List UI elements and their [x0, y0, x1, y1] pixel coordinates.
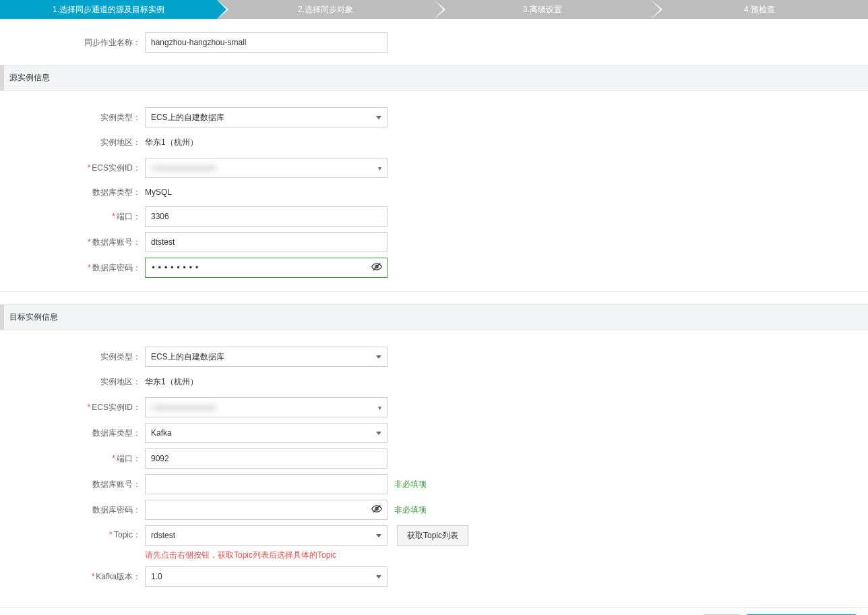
src-db-type-label: 数据库类型： — [0, 187, 145, 198]
chevron-down-icon — [376, 575, 381, 579]
src-db-password-input[interactable]: •••••••• — [145, 258, 388, 278]
job-name-input[interactable] — [145, 32, 388, 53]
src-instance-type-value: ECS上的自建数据库 — [151, 112, 224, 123]
get-topic-list-button[interactable]: 获取Topic列表 — [397, 525, 468, 546]
tgt-instance-region-value: 华东1（杭州） — [145, 372, 198, 392]
eye-icon[interactable] — [371, 262, 382, 274]
chevron-down-icon — [376, 432, 381, 435]
tgt-kafka-version-select[interactable]: 1.0 — [145, 566, 388, 587]
step-4[interactable]: 4.预检查 — [651, 0, 868, 19]
chevron-down-icon — [376, 116, 381, 119]
src-port-input[interactable] — [145, 206, 388, 227]
chevron-down-icon — [378, 165, 381, 172]
section-accent — [0, 65, 4, 90]
src-instance-region-label: 实例地区： — [0, 137, 145, 148]
tgt-ecs-id-select[interactable]: i-xxxxxxxxxxxxxxx — [145, 397, 388, 417]
optional-hint: 非必填项 — [394, 504, 427, 516]
tgt-port-label: *端口： — [0, 453, 145, 465]
src-db-password-label: *数据库密码： — [0, 262, 145, 274]
target-section-header: 目标实例信息 — [0, 304, 868, 330]
tgt-topic-select[interactable]: rdstest — [145, 525, 388, 546]
tgt-db-password-input[interactable] — [145, 500, 388, 520]
section-accent — [0, 305, 4, 330]
tgt-instance-region-label: 实例地区： — [0, 376, 145, 388]
job-name-label: 同步作业名称： — [0, 37, 145, 49]
wizard-steps: 1.选择同步通道的源及目标实例 2.选择同步对象 3.高级设置 4.预检查 — [0, 0, 868, 19]
tgt-db-type-value: Kafka — [151, 428, 172, 438]
src-instance-type-label: 实例类型： — [0, 112, 145, 123]
tgt-instance-type-label: 实例类型： — [0, 351, 145, 363]
step-1-label: 1.选择同步通道的源及目标实例 — [53, 5, 164, 14]
target-section-title: 目标实例信息 — [9, 312, 58, 322]
chevron-down-icon — [376, 355, 381, 359]
password-dots: •••••••• — [151, 263, 201, 272]
tgt-instance-type-value: ECS上的自建数据库 — [151, 351, 224, 363]
step-4-label: 4.预检查 — [744, 5, 775, 14]
tgt-topic-label: *Topic： — [0, 525, 145, 541]
tgt-ecs-id-value: i-xxxxxxxxxxxxxxx — [151, 403, 216, 412]
src-instance-region-value: 华东1（杭州） — [145, 133, 198, 152]
topic-hint: 请先点击右侧按钮，获取Topic列表后选择具体的Topic — [145, 550, 336, 561]
tgt-ecs-id-label: *ECS实例ID： — [0, 402, 145, 413]
src-ecs-id-value: i-xxxxxxxxxxxxxxx — [151, 163, 216, 173]
step-2[interactable]: 2.选择同步对象 — [217, 0, 434, 19]
src-ecs-id-label: *ECS实例ID： — [0, 163, 145, 174]
src-db-type-value: MySQL — [145, 183, 172, 201]
step-3[interactable]: 3.高级设置 — [434, 0, 651, 19]
tgt-db-password-label: 数据库密码： — [0, 504, 145, 516]
tgt-instance-type-select[interactable]: ECS上的自建数据库 — [145, 347, 388, 367]
src-instance-type-select[interactable]: ECS上的自建数据库 — [145, 107, 388, 127]
src-port-label: *端口： — [0, 211, 145, 223]
src-db-account-label: *数据库账号： — [0, 237, 145, 248]
source-section-header: 源实例信息 — [0, 65, 868, 91]
src-db-account-input[interactable] — [145, 232, 388, 252]
optional-hint: 非必填项 — [394, 479, 427, 490]
tgt-kafka-version-value: 1.0 — [151, 572, 162, 581]
chevron-down-icon — [376, 534, 381, 537]
tgt-db-account-input[interactable] — [145, 474, 388, 494]
source-section-title: 源实例信息 — [9, 73, 50, 82]
step-2-label: 2.选择同步对象 — [298, 5, 353, 14]
tgt-db-type-label: 数据库类型： — [0, 428, 145, 439]
tgt-db-type-select[interactable]: Kafka — [145, 423, 388, 443]
eye-icon[interactable] — [371, 504, 382, 517]
step-3-label: 3.高级设置 — [523, 5, 562, 14]
tgt-db-account-label: 数据库账号： — [0, 479, 145, 490]
divider — [0, 291, 868, 292]
src-ecs-id-select[interactable]: i-xxxxxxxxxxxxxxx — [145, 158, 388, 178]
chevron-down-icon — [378, 404, 381, 411]
tgt-kafka-version-label: *Kafka版本： — [0, 571, 145, 583]
tgt-topic-value: rdstest — [151, 531, 175, 540]
step-1[interactable]: 1.选择同步通道的源及目标实例 — [0, 0, 217, 19]
footer-actions: 取消 授权白名单并进入下一步 — [0, 607, 868, 615]
tgt-port-input[interactable] — [145, 448, 388, 469]
